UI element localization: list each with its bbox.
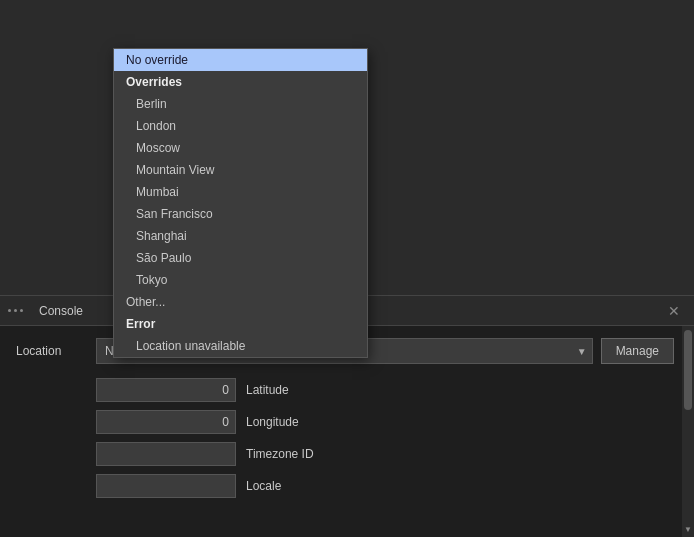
location-dropdown-menu[interactable]: No override Overrides Berlin London Mosc… xyxy=(113,48,368,358)
dropdown-item-london[interactable]: London xyxy=(114,115,367,137)
longitude-input[interactable] xyxy=(96,410,236,434)
console-tab[interactable]: Console xyxy=(31,300,91,322)
manage-button[interactable]: Manage xyxy=(601,338,674,364)
location-label: Location xyxy=(16,344,96,358)
dropdown-item-tokyo[interactable]: Tokyo xyxy=(114,269,367,291)
longitude-row: Longitude xyxy=(96,410,674,434)
dot-2 xyxy=(14,309,17,312)
dropdown-group-overrides: Overrides xyxy=(114,71,367,93)
dropdown-item-mountain-view[interactable]: Mountain View xyxy=(114,159,367,181)
longitude-label: Longitude xyxy=(246,415,299,429)
scrollbar[interactable] xyxy=(682,326,694,537)
dropdown-item-other[interactable]: Other... xyxy=(114,291,367,313)
timezone-label: Timezone ID xyxy=(246,447,314,461)
dropdown-item-san-francisco[interactable]: San Francisco xyxy=(114,203,367,225)
dropdown-item-moscow[interactable]: Moscow xyxy=(114,137,367,159)
timezone-row: Timezone ID xyxy=(96,442,674,466)
top-area: No override Overrides Berlin London Mosc… xyxy=(0,0,694,295)
dropdown-group-error: Error xyxy=(114,313,367,335)
dropdown-item-mumbai[interactable]: Mumbai xyxy=(114,181,367,203)
scroll-down-arrow[interactable]: ▼ xyxy=(682,521,694,537)
locale-row: Locale xyxy=(96,474,674,498)
scrollbar-thumb[interactable] xyxy=(684,330,692,410)
latitude-input[interactable] xyxy=(96,378,236,402)
dropdown-item-berlin[interactable]: Berlin xyxy=(114,93,367,115)
dot-3 xyxy=(20,309,23,312)
locale-input[interactable] xyxy=(96,474,236,498)
latitude-row: Latitude xyxy=(96,378,674,402)
dot-1 xyxy=(8,309,11,312)
panel-drag-handle[interactable] xyxy=(8,309,23,312)
dropdown-item-location-unavailable[interactable]: Location unavailable xyxy=(114,335,367,357)
close-button[interactable]: ✕ xyxy=(662,301,686,321)
dropdown-item-shanghai[interactable]: Shanghai xyxy=(114,225,367,247)
timezone-input[interactable] xyxy=(96,442,236,466)
chevron-down-icon: ▼ xyxy=(684,525,692,534)
locale-label: Locale xyxy=(246,479,281,493)
dropdown-item-sao-paulo[interactable]: São Paulo xyxy=(114,247,367,269)
latitude-label: Latitude xyxy=(246,383,289,397)
dropdown-item-no-override[interactable]: No override xyxy=(114,49,367,71)
